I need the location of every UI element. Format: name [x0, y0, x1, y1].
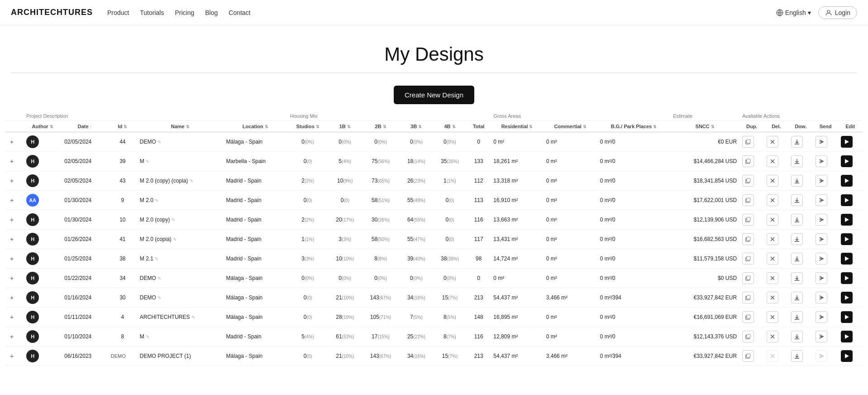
col-studios[interactable]: Studios ⇅ [287, 121, 328, 132]
col-bgpp[interactable]: B.G./ Park Places ⇅ [597, 121, 671, 132]
delete-button[interactable] [767, 331, 778, 342]
delete-button[interactable] [767, 155, 778, 167]
duplicate-button[interactable] [742, 350, 754, 362]
play-button[interactable] [841, 214, 853, 226]
play-button[interactable] [841, 233, 853, 245]
nav-tutorials[interactable]: Tutorials [140, 9, 164, 16]
duplicate-button[interactable] [742, 272, 754, 284]
send-button[interactable] [816, 194, 827, 206]
delete-icon [770, 236, 775, 242]
play-button[interactable] [841, 311, 853, 323]
col-date[interactable]: Date ↑ [62, 121, 108, 132]
col-location[interactable]: Location ⇅ [224, 121, 287, 132]
expand-button[interactable]: + [8, 333, 15, 340]
send-button[interactable] [816, 253, 827, 265]
download-button[interactable] [791, 175, 803, 187]
col-commercial[interactable]: Commertial ⇅ [544, 121, 597, 132]
download-button[interactable] [791, 136, 803, 148]
total-cell: 133 [467, 152, 491, 171]
expand-button[interactable]: + [8, 294, 15, 301]
delete-button[interactable] [767, 253, 778, 265]
delete-button[interactable] [767, 233, 778, 245]
dup-cell [739, 347, 764, 366]
duplicate-button[interactable] [742, 194, 754, 206]
expand-button[interactable]: + [8, 352, 15, 360]
download-button[interactable] [791, 253, 803, 265]
download-button[interactable] [791, 350, 803, 362]
play-button[interactable] [841, 292, 853, 303]
play-button[interactable] [841, 175, 853, 187]
download-button[interactable] [791, 214, 803, 226]
expand-button[interactable]: + [8, 158, 15, 165]
col-name[interactable]: Name ⇅ [137, 121, 224, 132]
download-button[interactable] [791, 331, 803, 342]
expand-button[interactable]: + [8, 177, 15, 184]
delete-button[interactable] [767, 214, 778, 226]
duplicate-button[interactable] [742, 214, 754, 226]
delete-button[interactable] [767, 272, 778, 284]
play-button[interactable] [841, 253, 853, 265]
play-button[interactable] [841, 350, 853, 362]
play-button[interactable] [841, 272, 853, 284]
download-button[interactable] [791, 311, 803, 323]
expand-button[interactable]: + [8, 197, 15, 204]
duplicate-button[interactable] [742, 253, 754, 265]
download-button[interactable] [791, 292, 803, 303]
play-button[interactable] [841, 136, 853, 148]
duplicate-button[interactable] [742, 331, 754, 342]
send-button[interactable] [816, 233, 827, 245]
expand-button[interactable]: + [8, 255, 15, 262]
play-button[interactable] [841, 194, 853, 206]
table-row: +H01/25/202438M 2.1 ✎Madrid - Spain3(3%)… [5, 249, 863, 269]
duplicate-button[interactable] [742, 292, 754, 303]
send-button[interactable] [816, 155, 827, 167]
expand-button[interactable]: + [8, 313, 15, 321]
delete-button[interactable] [767, 311, 778, 323]
col-2b[interactable]: 2B ⇅ [362, 121, 400, 132]
send-button[interactable] [816, 272, 827, 284]
expand-button[interactable]: + [8, 236, 15, 243]
download-button[interactable] [791, 155, 803, 167]
col-author[interactable]: Author ⇅ [24, 121, 62, 132]
duplicate-button[interactable] [742, 136, 754, 148]
send-button[interactable] [816, 214, 827, 226]
duplicate-button[interactable] [742, 175, 754, 187]
language-button[interactable]: English ▾ [776, 9, 811, 16]
download-icon [794, 314, 800, 320]
send-button[interactable] [816, 311, 827, 323]
play-button[interactable] [841, 331, 853, 342]
expand-button[interactable]: + [8, 275, 15, 282]
col-4b[interactable]: 4B ⇅ [433, 121, 467, 132]
play-button[interactable] [841, 155, 853, 167]
nav-blog[interactable]: Blog [205, 9, 218, 16]
send-button[interactable] [816, 292, 827, 303]
housing-sub: (0%) [342, 276, 351, 281]
login-button[interactable]: Login [818, 6, 857, 19]
duplicate-button[interactable] [742, 233, 754, 245]
delete-button[interactable] [767, 175, 778, 187]
col-1b[interactable]: 1B ⇅ [328, 121, 362, 132]
download-button[interactable] [791, 233, 803, 245]
nav-product[interactable]: Product [107, 9, 129, 16]
duplicate-button[interactable] [742, 155, 754, 167]
col-id[interactable]: Id ⇅ [108, 121, 137, 132]
col-3b[interactable]: 3B ⇅ [400, 121, 433, 132]
nav-pricing[interactable]: Pricing [175, 9, 194, 16]
send-button[interactable] [816, 136, 827, 148]
delete-button[interactable] [767, 194, 778, 206]
play-icon [844, 275, 849, 281]
duplicate-button[interactable] [742, 311, 754, 323]
expand-button[interactable]: + [8, 138, 15, 145]
delete-button[interactable] [767, 136, 778, 148]
delete-button[interactable] [767, 292, 778, 303]
send-button[interactable] [816, 331, 827, 342]
create-new-design-button[interactable]: Create New Design [394, 86, 474, 104]
download-button[interactable] [791, 194, 803, 206]
download-button[interactable] [791, 272, 803, 284]
col-sncc[interactable]: SNCC ⇅ [670, 121, 739, 132]
expand-button[interactable]: + [8, 216, 15, 223]
nav-contact[interactable]: Contact [229, 9, 250, 16]
col-residential[interactable]: Residential ⇅ [491, 121, 543, 132]
sort-icon-1b: ⇅ [347, 125, 351, 129]
send-button[interactable] [816, 175, 827, 187]
